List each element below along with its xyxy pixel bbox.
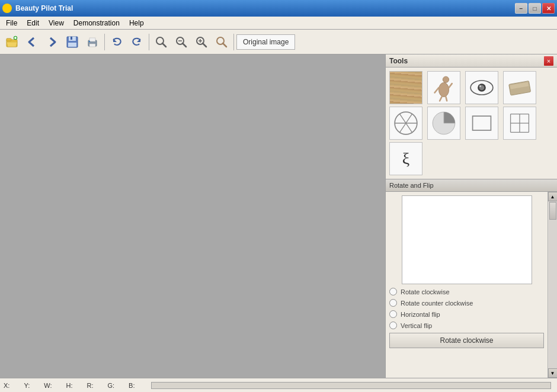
redo-button[interactable] bbox=[127, 33, 146, 52]
radio-rotate-ccw-circle bbox=[389, 299, 397, 307]
xi-symbol: ξ bbox=[402, 149, 409, 168]
canvas-area[interactable] bbox=[0, 54, 385, 378]
tools-close-button[interactable]: × bbox=[544, 56, 553, 66]
svg-line-27 bbox=[449, 83, 452, 88]
forward-button[interactable] bbox=[43, 33, 62, 52]
undo-button[interactable] bbox=[107, 33, 126, 52]
tool-eraser[interactable] bbox=[503, 71, 536, 104]
undo-icon bbox=[110, 36, 123, 49]
tools-scrollbar: ▲ ▼ bbox=[548, 192, 557, 378]
radio-flip-v-circle bbox=[389, 322, 397, 329]
pie-chart-icon bbox=[430, 109, 458, 137]
radio-flip-v[interactable]: Vertical flip bbox=[389, 322, 544, 329]
scroll-down-button[interactable]: ▼ bbox=[548, 368, 558, 378]
svg-point-24 bbox=[443, 76, 449, 82]
window-controls: − □ ✕ bbox=[515, 3, 555, 14]
svg-point-25 bbox=[438, 82, 449, 97]
scroll-thumb[interactable] bbox=[549, 202, 556, 220]
status-y: Y: bbox=[24, 382, 32, 389]
svg-rect-43 bbox=[473, 116, 491, 130]
menu-demonstration[interactable]: Demonstration bbox=[69, 18, 124, 28]
zoom-3-button[interactable] bbox=[192, 33, 211, 52]
maximize-button[interactable]: □ bbox=[529, 3, 541, 14]
radio-rotate-ccw[interactable]: Rotate counter clockwise bbox=[389, 299, 544, 307]
zoom-4-icon bbox=[215, 36, 228, 49]
status-w: W: bbox=[44, 382, 54, 389]
tool-wood-texture[interactable] bbox=[389, 71, 422, 104]
status-g: G: bbox=[107, 382, 117, 389]
svg-line-29 bbox=[446, 97, 447, 101]
rotate-flip-header: Rotate and Flip bbox=[386, 179, 557, 192]
back-button[interactable] bbox=[23, 33, 41, 52]
back-icon bbox=[25, 36, 39, 49]
svg-line-19 bbox=[203, 43, 206, 47]
separator-1 bbox=[104, 34, 105, 50]
svg-line-28 bbox=[440, 97, 441, 101]
status-b: B: bbox=[129, 382, 137, 389]
tool-eye[interactable] bbox=[465, 71, 498, 104]
circle-lines-icon bbox=[392, 109, 420, 137]
redo-icon bbox=[130, 36, 143, 49]
apply-rotate-button[interactable]: Rotate clockwise bbox=[389, 333, 544, 348]
zoom-1-icon bbox=[155, 36, 168, 49]
tools-panel-header: Tools × bbox=[386, 54, 557, 68]
radio-flip-v-label: Vertical flip bbox=[401, 322, 432, 329]
preview-box bbox=[402, 195, 532, 284]
print-button[interactable] bbox=[83, 33, 102, 52]
scroll-track[interactable] bbox=[549, 201, 557, 368]
svg-line-23 bbox=[223, 43, 226, 47]
tools-panel-title: Tools bbox=[389, 57, 408, 65]
title-bar: Beauty Pilot Trial − □ ✕ bbox=[0, 0, 557, 17]
radio-flip-h-circle bbox=[389, 310, 397, 318]
zoom-1-button[interactable] bbox=[152, 33, 171, 52]
status-h-label: H: bbox=[66, 382, 72, 389]
scroll-up-button[interactable]: ▲ bbox=[548, 192, 558, 201]
status-x-label: X: bbox=[4, 382, 9, 389]
tool-grid[interactable] bbox=[503, 107, 536, 140]
figure-icon bbox=[430, 73, 458, 102]
rotate-flip-title: Rotate and Flip bbox=[389, 182, 434, 189]
zoom-4-button[interactable] bbox=[212, 33, 231, 52]
status-w-label: W: bbox=[44, 382, 52, 389]
menu-view[interactable]: View bbox=[44, 18, 69, 28]
menu-edit[interactable]: Edit bbox=[22, 18, 44, 28]
svg-rect-5 bbox=[71, 37, 72, 40]
close-button[interactable]: ✕ bbox=[542, 3, 555, 14]
svg-line-14 bbox=[162, 43, 166, 47]
svg-point-33 bbox=[479, 85, 481, 87]
menu-file[interactable]: File bbox=[1, 18, 22, 28]
svg-rect-8 bbox=[89, 38, 95, 41]
status-r-label: R: bbox=[87, 382, 93, 389]
svg-rect-9 bbox=[89, 44, 95, 47]
tool-figure[interactable] bbox=[427, 71, 460, 104]
minimize-button[interactable]: − bbox=[515, 3, 527, 14]
separator-2 bbox=[149, 34, 149, 50]
status-r: R: bbox=[87, 382, 95, 389]
radio-flip-h-label: Horizontal flip bbox=[401, 311, 440, 318]
tool-rectangle[interactable] bbox=[465, 107, 498, 140]
status-x: X: bbox=[4, 382, 12, 389]
progress-bar bbox=[151, 382, 551, 389]
radio-flip-h[interactable]: Horizontal flip bbox=[389, 310, 544, 318]
tool-circle-lines[interactable] bbox=[389, 107, 422, 140]
save-button[interactable] bbox=[63, 33, 82, 52]
separator-3 bbox=[233, 34, 234, 50]
radio-rotate-cw-circle bbox=[389, 288, 397, 295]
radio-rotate-cw[interactable]: Rotate clockwise bbox=[389, 288, 544, 295]
status-b-label: B: bbox=[129, 382, 135, 389]
rotate-flip-content: Rotate clockwise Rotate counter clockwis… bbox=[386, 192, 548, 378]
status-g-label: G: bbox=[107, 382, 114, 389]
zoom-3-icon bbox=[195, 36, 208, 49]
tool-pie-chart[interactable] bbox=[427, 107, 460, 140]
tool-xi[interactable]: ξ bbox=[389, 142, 422, 175]
status-h: H: bbox=[66, 382, 75, 389]
open-button[interactable] bbox=[2, 33, 21, 52]
original-image-button[interactable]: Original image bbox=[236, 34, 295, 50]
menu-help[interactable]: Help bbox=[124, 18, 149, 28]
tools-panel: Tools × bbox=[385, 54, 557, 378]
toolbar: Original image bbox=[0, 30, 557, 54]
app-title: Beauty Pilot Trial bbox=[15, 4, 515, 12]
zoom-2-button[interactable] bbox=[172, 33, 191, 52]
rotate-flip-section: Rotate and Flip Rotate clockwise Rotate … bbox=[386, 179, 557, 378]
save-icon bbox=[66, 36, 79, 49]
